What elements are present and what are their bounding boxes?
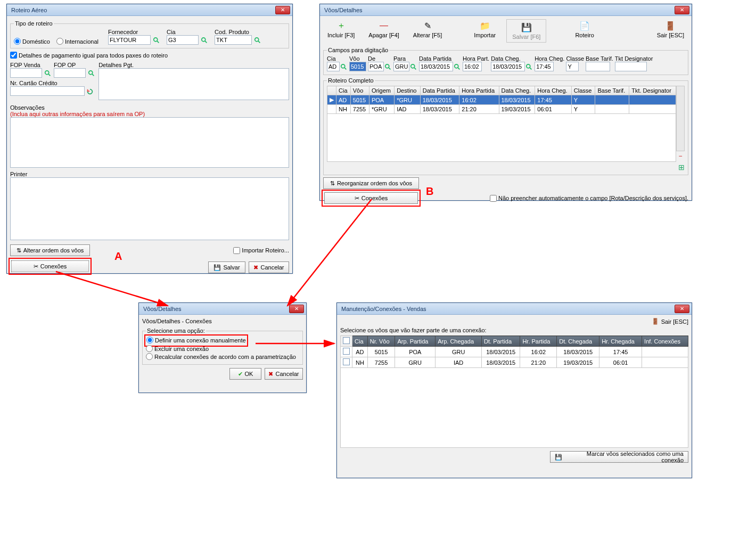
col-voo[interactable]: Vôo [350, 86, 369, 95]
field-classe-input[interactable] [566, 62, 579, 71]
search-icon[interactable] [153, 37, 160, 44]
close-button[interactable]: ✕ [289, 305, 304, 313]
col-hr-chegada[interactable]: Hr. Chegada [599, 336, 642, 347]
col-dt-partida[interactable]: Dt. Partida [482, 336, 520, 347]
salvar-button[interactable]: 💾 Salvar [208, 261, 245, 273]
detalhes-pgt-textarea[interactable] [98, 68, 289, 100]
col-classe[interactable]: Classe [571, 86, 595, 95]
detalhes-pagamento-checkbox[interactable]: Detalhes de pagamento igual para todos p… [10, 52, 168, 59]
table-row[interactable]: NH7255*GRUIAD18/03/201521:2019/03/201506… [327, 105, 676, 114]
conexoes-button-b[interactable]: ✂ Conexões [324, 192, 418, 204]
col-nrvoo[interactable]: Nr. Vôo [367, 336, 395, 347]
fornecedor-input[interactable] [108, 35, 151, 45]
col-base-tarif[interactable]: Base Tarif. [595, 86, 629, 95]
col-cia[interactable]: Cia [336, 86, 351, 95]
search-icon[interactable] [340, 63, 348, 71]
field-base-tarif-input[interactable] [586, 62, 610, 71]
col-destino[interactable]: Destino [395, 86, 421, 95]
col-cia[interactable]: Cia [352, 336, 368, 347]
apagar-button[interactable]: —Apagar [F4] [365, 19, 402, 39]
voos-detalhes-dialog: Vôos/Detalhes ✕ Vôos/Detalhes - Conexões… [138, 302, 307, 393]
sair-button[interactable]: 🚪 Sair [ESC] [652, 318, 688, 325]
cancelar-button[interactable]: ✖ Cancelar [249, 261, 289, 273]
excel-export-icon[interactable]: ⊞ [678, 163, 685, 171]
close-button[interactable]: ✕ [275, 6, 290, 14]
cia-input[interactable] [167, 35, 199, 45]
alterar-ordem-voos-button[interactable]: ⇅ Alterar ordem dos vôos [10, 244, 90, 256]
roteiro-button[interactable]: 📄Roteiro [572, 19, 597, 39]
search-icon[interactable] [525, 63, 533, 71]
printer-label: Printer [10, 171, 289, 177]
field-hora-cheg-input[interactable] [535, 62, 554, 71]
row-checkbox[interactable] [343, 358, 350, 365]
minus-icon: — [379, 20, 389, 31]
opt-excluir[interactable]: Excluir uma conexão [146, 345, 209, 352]
col-arp-chegada[interactable]: Arp. Chegada [435, 336, 482, 347]
importar-button[interactable]: 📁Importar [471, 19, 499, 39]
alterar-button[interactable]: ✎Alterar [F5] [410, 19, 445, 39]
col-hora-cheg[interactable]: Hora Cheg. [535, 86, 571, 95]
search-icon[interactable] [44, 70, 52, 77]
field-cia-input[interactable] [327, 62, 340, 71]
marcar-conexao-button[interactable]: 💾 Marcar vôos selecionados como uma cone… [550, 451, 688, 463]
select-all-checkbox[interactable] [343, 337, 350, 344]
fop-venda-input[interactable] [10, 68, 42, 78]
campos-digitacao-group: Campos para digitação Cia Vôo De Para Da… [323, 47, 688, 75]
field-de-input[interactable] [368, 62, 384, 71]
close-button[interactable]: ✕ [675, 305, 689, 313]
field-tkt-input[interactable] [615, 62, 647, 71]
search-icon[interactable] [88, 70, 95, 77]
table-row[interactable]: AD5015POAGRU18/03/201516:0218/03/201517:… [341, 347, 688, 357]
fop-op-input[interactable] [54, 68, 86, 78]
field-voo-input[interactable] [349, 62, 366, 71]
row-checkbox[interactable] [343, 348, 350, 355]
opt-recalcular[interactable]: Recalcular conexões de acordo com a para… [146, 353, 296, 360]
table-row[interactable]: ▶AD5015POA*GRU18/03/201516:0218/03/20151… [327, 95, 676, 105]
roteiro-completo-legend: Roteiro Completo [327, 77, 375, 84]
reorganizar-button[interactable]: ⇅ Reorganizar ordem dos vôos [323, 177, 419, 189]
field-para-input[interactable] [393, 62, 409, 71]
incluir-button[interactable]: ＋Incluir [F3] [324, 19, 358, 39]
col-hora-partida[interactable]: Hora Partida [459, 86, 499, 95]
search-icon[interactable] [410, 63, 417, 71]
col-arp-partida[interactable]: Arp. Partida [395, 336, 435, 347]
tipo-roteiro-legend: Tipo de roteiro [14, 20, 54, 27]
radio-domestico[interactable]: Doméstico [14, 38, 50, 45]
table-row[interactable]: NH7255GRUIAD18/03/201521:2019/03/201506:… [341, 357, 688, 368]
svg-line-1 [157, 41, 159, 43]
nr-cartao-input[interactable] [10, 86, 85, 96]
importar-roteiro-checkbox[interactable]: Importar Roteiro... [233, 244, 289, 256]
search-icon[interactable] [454, 63, 461, 71]
col-hr-partida[interactable]: Hr. Partida [520, 336, 557, 347]
roteiro-completo-group: Roteiro Completo Cia Vôo Origem Destino … [323, 77, 688, 175]
col-dt-chegada[interactable]: Dt. Chegada [557, 336, 599, 347]
conexoes-button[interactable]: ✂ Conexões [11, 260, 89, 272]
cod-produto-input[interactable] [215, 35, 252, 45]
col-data-cheg[interactable]: Data Cheg. [499, 86, 535, 95]
ok-button[interactable]: ✔OK [229, 368, 261, 380]
search-icon[interactable] [254, 37, 261, 44]
radio-internacional[interactable]: Internacional [56, 38, 98, 45]
field-hora-part-input[interactable] [463, 62, 482, 71]
field-data-cheg-input[interactable] [491, 62, 525, 71]
field-para-label: Para [393, 55, 417, 62]
col-data-partida[interactable]: Data Partida [420, 86, 459, 95]
cancelar-button[interactable]: ✖Cancelar [265, 368, 303, 380]
col-tkt[interactable]: Tkt. Designator [629, 86, 676, 95]
close-button[interactable]: ✕ [675, 6, 689, 14]
scrollbar[interactable] [676, 86, 685, 151]
sair-button[interactable]: 🚪Sair [ESC] [654, 19, 687, 39]
refresh-icon[interactable] [86, 88, 94, 95]
minus-row-icon[interactable]: − [676, 152, 685, 160]
titlebar: Roteiro Aéreo ✕ [7, 4, 292, 16]
opt-definir-manual[interactable]: Definir uma conexão manualmente [146, 337, 246, 343]
svg-point-0 [154, 38, 158, 42]
search-icon[interactable] [384, 63, 392, 71]
printer-textarea[interactable] [10, 177, 289, 240]
observacoes-textarea[interactable] [10, 117, 289, 168]
search-icon[interactable] [201, 37, 208, 44]
nao-preencher-checkbox[interactable]: Não preencher automaticamente o campo [R… [490, 195, 688, 202]
col-origem[interactable]: Origem [369, 86, 394, 95]
col-inf[interactable]: Inf. Conexões [642, 336, 688, 347]
field-data-partida-input[interactable] [419, 62, 453, 71]
